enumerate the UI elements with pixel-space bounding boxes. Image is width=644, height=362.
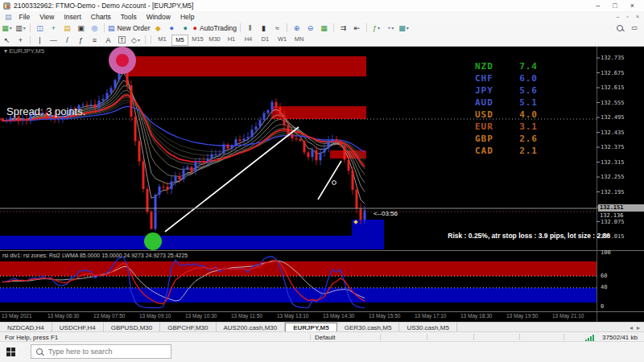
menu-item-view[interactable]: View bbox=[35, 13, 59, 21]
minimize-button[interactable]: – bbox=[596, 2, 600, 10]
mdi-minimize-button[interactable]: – bbox=[617, 14, 620, 19]
zoom-in-button[interactable]: ⊕ bbox=[291, 23, 303, 33]
candle-body bbox=[130, 85, 133, 117]
candle-body bbox=[267, 110, 270, 113]
search-icon[interactable] bbox=[617, 25, 623, 31]
zoom-out-button[interactable]: ⊖ bbox=[304, 23, 316, 33]
chevron-down-icon: ▾ bbox=[378, 25, 380, 31]
new-order-button[interactable]: ▤New Order bbox=[108, 23, 151, 33]
timeframe-button-d1[interactable]: D1 bbox=[258, 35, 273, 44]
market-watch-button[interactable]: ◫ bbox=[34, 23, 46, 33]
candle-body bbox=[98, 101, 101, 108]
horizontal-line-tool-button[interactable]: — bbox=[47, 35, 60, 45]
vertical-line-tool-button[interactable]: | bbox=[34, 35, 46, 45]
price-axis-label: 132.075 bbox=[601, 219, 625, 225]
bar-chart-button[interactable]: ‖ bbox=[244, 23, 256, 33]
terminal-button[interactable]: ▣ bbox=[75, 23, 87, 33]
mt5-app-icon bbox=[3, 2, 10, 10]
timeframe-button-h1[interactable]: H1 bbox=[224, 35, 239, 44]
chart-window-icon[interactable]: ▤ bbox=[5, 13, 12, 21]
auto-scroll-button[interactable]: ⇉ bbox=[337, 23, 349, 33]
timeframe-button-m1[interactable]: M1 bbox=[155, 35, 170, 44]
metaeditor-button[interactable]: ◆ bbox=[152, 23, 164, 33]
data-window-button[interactable]: + bbox=[47, 23, 60, 33]
supply-zone-2[interactable] bbox=[271, 106, 366, 119]
supply-zone-1[interactable] bbox=[127, 56, 366, 76]
candle-body bbox=[138, 141, 141, 161]
templates-button[interactable]: ▩▾ bbox=[398, 23, 410, 33]
candle-body bbox=[199, 161, 201, 162]
start-button[interactable] bbox=[6, 348, 15, 356]
timeframe-button-w1[interactable]: W1 bbox=[275, 35, 290, 44]
new-chart-button[interactable]: ▦▾ bbox=[1, 23, 13, 33]
close-button[interactable]: × bbox=[630, 2, 634, 10]
timeframe-button-h4[interactable]: H4 bbox=[241, 35, 256, 44]
line-chart-button[interactable]: ≈ bbox=[271, 23, 283, 33]
bar-chart-icon: ‖ bbox=[249, 24, 252, 32]
indicators-button[interactable]: ƒ▾ bbox=[370, 23, 382, 33]
text-label-tool-button[interactable]: T bbox=[116, 35, 128, 45]
restore-button[interactable]: □ bbox=[613, 2, 617, 10]
fibonacci-tool-button[interactable]: ƒ bbox=[75, 35, 87, 45]
navigator-icon: ▤ bbox=[64, 24, 71, 32]
strength-code: USD bbox=[475, 109, 493, 120]
auto-scroll-icon: ⇉ bbox=[341, 24, 347, 32]
profiles-button[interactable]: ▥▾ bbox=[14, 23, 27, 33]
indicator-axis-label: 40 bbox=[601, 284, 607, 290]
menu-item-help[interactable]: Help bbox=[175, 13, 199, 21]
mdi-restore-button[interactable]: ▫ bbox=[626, 14, 628, 19]
demand-zone[interactable] bbox=[0, 236, 384, 249]
highlight-circle-top-center bbox=[116, 54, 129, 67]
trendline-tool-button[interactable]: / bbox=[61, 35, 73, 45]
strength-value: 4.0 bbox=[519, 109, 538, 120]
timeframe-button-m15[interactable]: M15 bbox=[190, 35, 205, 44]
menu-item-insert[interactable]: Insert bbox=[60, 13, 86, 21]
navigator-button[interactable]: ▤ bbox=[61, 23, 73, 33]
chat-icon[interactable]: ▭ bbox=[631, 24, 638, 31]
candle-body bbox=[336, 139, 338, 142]
candle-body bbox=[26, 119, 28, 121]
autotrading-button[interactable]: ●AutoTrading bbox=[193, 23, 237, 33]
search-input[interactable] bbox=[47, 347, 155, 356]
candle-body bbox=[171, 181, 173, 189]
tab-scroll-left-icon[interactable]: ◂ bbox=[630, 324, 633, 331]
price-axis-label: 132.735 bbox=[601, 55, 625, 61]
chevron-down-icon: ▾ bbox=[391, 25, 394, 31]
periods-button[interactable]: ◔▾ bbox=[384, 23, 396, 33]
status-profile[interactable]: Default bbox=[315, 334, 335, 341]
tab-scroll-right-icon[interactable]: ▸ bbox=[637, 324, 640, 331]
timeframe-button-m30[interactable]: M30 bbox=[207, 35, 222, 44]
mt5-application-window: 2100332962: FTMO-Demo - Demo Account - [… bbox=[0, 0, 644, 362]
indicators-icon: ƒ bbox=[373, 24, 377, 32]
time-axis-label: 13 May 18:30 bbox=[460, 313, 492, 319]
candlestick-chart-button[interactable]: ▮ bbox=[258, 23, 270, 33]
trendline-object-2[interactable] bbox=[318, 161, 341, 200]
mql5-button[interactable]: ● bbox=[180, 23, 192, 33]
cursor-tool-button[interactable]: ↖ bbox=[1, 35, 13, 45]
price-chart-canvas[interactable] bbox=[0, 46, 644, 322]
text-tool-button[interactable]: A bbox=[102, 35, 114, 45]
menu-item-file[interactable]: File bbox=[14, 13, 35, 21]
candlestick-icon: ▮ bbox=[262, 24, 266, 32]
channel-tool-button[interactable]: ≡ bbox=[89, 35, 101, 45]
taskbar-search-box[interactable] bbox=[31, 344, 171, 359]
menu-item-window[interactable]: Window bbox=[142, 13, 175, 21]
windows-taskbar: ⊞ ✉ ^ ☁ ◀ 19:11 13/05/2021 bbox=[0, 341, 644, 362]
price-axis-label: 132.675 bbox=[601, 70, 625, 76]
community-button[interactable]: ● bbox=[166, 23, 178, 33]
highlight-circle-bottom[interactable] bbox=[144, 232, 162, 250]
sell-entry-marker[interactable] bbox=[332, 181, 336, 185]
crosshair-tool-button[interactable]: + bbox=[14, 35, 27, 45]
strategy-tester-button[interactable]: ◎ bbox=[89, 23, 101, 33]
tile-windows-button[interactable]: ▦ bbox=[318, 23, 330, 33]
chart-shift-button[interactable]: ⇤ bbox=[351, 23, 363, 33]
menu-item-charts[interactable]: Charts bbox=[86, 13, 116, 21]
demand-zone-step[interactable] bbox=[352, 220, 384, 249]
trendline-object-1[interactable] bbox=[165, 127, 299, 232]
menu-item-tools[interactable]: Tools bbox=[116, 13, 142, 21]
strength-row-chf: CHF6.0 bbox=[475, 73, 538, 84]
timeframe-button-mn[interactable]: MN bbox=[291, 35, 307, 44]
arrows-tool-button[interactable]: ◇▾ bbox=[130, 35, 142, 45]
timeframe-button-m5[interactable]: M5 bbox=[171, 35, 188, 46]
mdi-close-button[interactable]: × bbox=[636, 14, 639, 19]
